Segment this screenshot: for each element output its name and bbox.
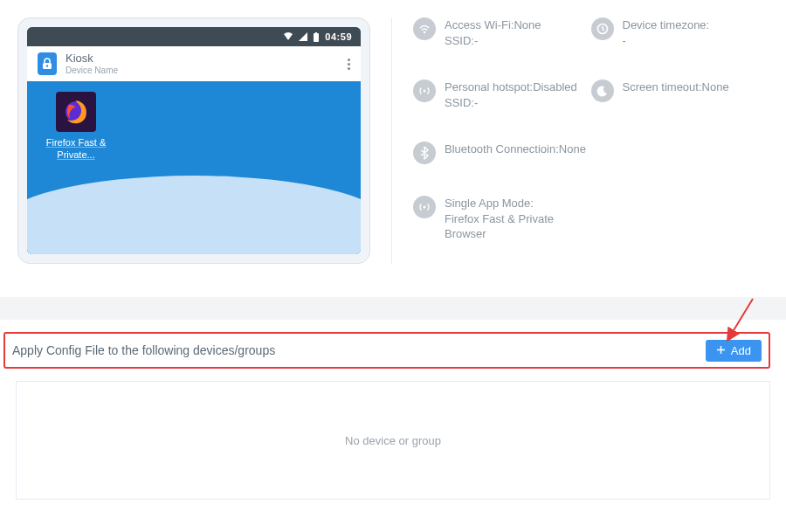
info-timezone-sub: -	[623, 33, 710, 49]
wave-decoration	[27, 176, 361, 254]
info-screen-timeout-label: Screen timeout:None	[623, 80, 729, 93]
info-timezone: Device timezone: -	[591, 17, 769, 48]
section-divider	[0, 297, 786, 320]
add-button[interactable]: Add	[706, 340, 762, 362]
kiosk-title: Kiosk	[66, 52, 118, 65]
info-screen-timeout: Screen timeout:None	[591, 79, 769, 110]
device-preview-screen: 04:59 Kiosk Device Name	[27, 27, 361, 254]
info-single-app: Single App Mode: Firefox Fast & Private …	[413, 196, 591, 242]
status-time: 04:59	[325, 31, 352, 42]
add-button-label: Add	[731, 344, 751, 357]
info-wifi-label: Access Wi-Fi:None	[445, 18, 541, 31]
info-hotspot: Personal hotspot:Disabled SSID:-	[413, 79, 591, 110]
info-hotspot-label: Personal hotspot:Disabled	[445, 80, 577, 93]
app-label: Firefox Fast & Private...	[39, 137, 113, 162]
svg-point-7	[424, 90, 426, 93]
info-wifi: Access Wi-Fi:None SSID:-	[413, 17, 591, 48]
info-timezone-label: Device timezone:	[623, 18, 710, 31]
wifi-icon	[283, 32, 293, 41]
kiosk-body: Firefox Fast & Private...	[27, 81, 361, 254]
info-wifi-sub: SSID:-	[445, 33, 541, 49]
device-group-list-empty: No device or group	[16, 381, 770, 500]
info-single-app-label: Single App Mode:	[445, 197, 534, 210]
plus-icon	[716, 344, 726, 357]
moon-icon	[591, 79, 614, 102]
svg-rect-1	[315, 32, 317, 34]
signal-icon	[299, 32, 307, 41]
device-preview-frame: 04:59 Kiosk Device Name	[17, 17, 370, 264]
kiosk-header: Kiosk Device Name	[27, 46, 361, 81]
apply-config-header: Apply Config File to the following devic…	[3, 332, 770, 369]
app-tile-firefox[interactable]: Firefox Fast & Private...	[39, 92, 113, 162]
svg-point-8	[424, 206, 426, 209]
status-bar: 04:59	[27, 27, 361, 46]
info-single-app-sub: Firefox Fast & Private Browser	[445, 211, 591, 242]
svg-point-3	[46, 65, 48, 66]
info-bluetooth: Bluetooth Connectioin:None	[413, 142, 591, 164]
empty-text: No device or group	[345, 434, 441, 447]
lock-icon	[38, 52, 57, 75]
info-bluetooth-label: Bluetooth Connectioin:None	[445, 142, 586, 155]
firefox-icon	[56, 92, 96, 132]
apply-config-label: Apply Config File to the following devic…	[12, 343, 275, 357]
hotspot-icon	[413, 79, 436, 102]
broadcast-icon	[413, 196, 436, 218]
svg-rect-0	[314, 33, 319, 42]
kebab-menu-icon[interactable]	[348, 57, 350, 72]
wifi-icon	[413, 17, 436, 40]
kiosk-title-block: Kiosk Device Name	[66, 52, 118, 74]
battery-icon	[313, 32, 320, 42]
kiosk-subtitle: Device Name	[66, 66, 118, 75]
info-hotspot-sub: SSID:-	[445, 95, 577, 111]
settings-summary: Access Wi-Fi:None SSID:- Device timezone…	[391, 17, 769, 264]
svg-point-5	[424, 31, 425, 33]
clock-icon	[591, 17, 614, 40]
bluetooth-icon	[413, 142, 436, 164]
